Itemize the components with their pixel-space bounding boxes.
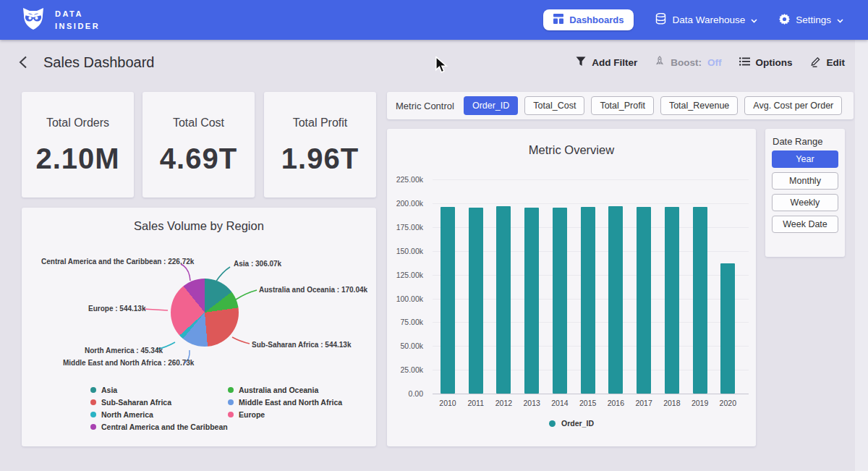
y-axis-tick: 50.00k	[390, 341, 423, 350]
pie-legend-item-sub-saharan-africa[interactable]: Sub-Saharan Africa	[90, 398, 228, 407]
metric-button-total-revenue[interactable]: Total_Revenue	[660, 96, 738, 115]
legend-label: Order_ID	[561, 419, 594, 428]
pie-label-north-america: North America : 45.34k	[85, 347, 163, 355]
top-nav: DATAINSIDER Dashboards Data Ware	[0, 0, 868, 40]
bar-2014[interactable]	[553, 208, 567, 394]
owl-logo-icon	[20, 7, 46, 34]
kpi-label: Total Orders	[46, 116, 109, 130]
bar-2011[interactable]	[469, 208, 483, 394]
pie-legend-column-2: Australia and OceaniaMiddle East and Nor…	[228, 386, 342, 419]
legend-dot	[90, 424, 96, 430]
pie-legend-item-asia[interactable]: Asia	[90, 386, 228, 394]
pie-label-sub-saharan-africa: Sub-Saharan Africa : 544.13k	[252, 341, 351, 349]
list-icon	[739, 57, 750, 68]
bar-2010[interactable]	[441, 207, 455, 394]
metric-buttons: Order_IDTotal_CostTotal_ProfitTotal_Reve…	[464, 96, 842, 115]
legend-label: Europe	[239, 410, 265, 419]
edit-button[interactable]: Edit	[810, 56, 846, 69]
bar-2020[interactable]	[720, 263, 735, 394]
pie-label-central-america: Central America and the Caribbean : 226.…	[41, 258, 194, 266]
options-button[interactable]: Options	[739, 57, 793, 68]
pie-chart[interactable]	[171, 279, 239, 347]
gear-icon	[779, 14, 790, 27]
y-axis-tick: 150.00k	[390, 247, 423, 255]
bar-2017[interactable]	[637, 207, 651, 394]
date-range-button-year[interactable]: Year	[772, 150, 838, 168]
metric-button-order-id[interactable]: Order_ID	[464, 96, 518, 115]
kpi-card-total-profit: Total Profit 1.96T	[264, 92, 376, 198]
brand-text: DATAINSIDER	[55, 8, 100, 32]
date-range-button-week-date[interactable]: Week Date	[772, 216, 838, 233]
legend-dot	[549, 420, 556, 427]
bar-2012[interactable]	[496, 206, 511, 394]
legend-label: Middle East and North Africa	[239, 398, 342, 407]
legend-dot	[90, 399, 96, 405]
chevron-down-icon	[751, 14, 757, 25]
nav-data-warehouse-button[interactable]: Data Warehouse	[655, 13, 757, 27]
y-axis-tick: 0.00	[390, 389, 423, 398]
x-axis-label: 2010	[433, 399, 462, 407]
metric-button-avg-cost-per-order[interactable]: Avg. Cost per Order	[744, 96, 842, 115]
date-range-button-monthly[interactable]: Monthly	[772, 172, 838, 190]
gridline	[433, 203, 749, 204]
y-axis-tick: 225.00k	[390, 175, 423, 184]
legend-label: Central America and the Caribbean	[101, 423, 228, 431]
legend-dot	[228, 399, 234, 405]
kpi-value: 1.96T	[281, 143, 359, 175]
metric-button-total-profit[interactable]: Total_Profit	[591, 96, 654, 115]
metric-button-total-cost[interactable]: Total_Cost	[524, 96, 584, 115]
kpi-value: 4.69T	[160, 143, 237, 175]
x-axis-label: 2016	[601, 399, 630, 407]
add-filter-button[interactable]: Add Filter	[576, 56, 637, 69]
database-icon	[655, 13, 666, 27]
y-axis-tick: 175.00k	[390, 223, 423, 232]
y-axis-tick: 125.00k	[390, 271, 423, 279]
pie-label-europe: Europe : 544.13k	[88, 305, 145, 313]
page-header: Sales Dashboard Add Filter Boost: Off	[0, 40, 868, 85]
metric-control-label: Metric Control	[396, 101, 454, 111]
legend-label: Australia and Oceania	[239, 386, 318, 394]
pie-chart-title: Sales Volume by Region	[22, 219, 376, 233]
x-axis-label: 2014	[545, 399, 574, 407]
kpi-label: Total Profit	[293, 116, 348, 130]
pie-label-australia-oceania: Australia and Oceania : 170.04k	[259, 286, 367, 294]
y-axis-tick: 75.00k	[390, 318, 423, 326]
legend-label: Sub-Saharan Africa	[101, 398, 171, 407]
y-axis-tick: 200.00k	[390, 199, 423, 208]
legend-label: Asia	[101, 386, 117, 394]
pie-legend-item-middle-east-and-north-africa[interactable]: Middle East and North Africa	[228, 398, 342, 407]
scrollbar-track[interactable]	[855, 40, 868, 471]
y-axis-tick: 100.00k	[390, 294, 423, 303]
back-button[interactable]	[19, 56, 27, 69]
legend-label: North America	[101, 410, 153, 419]
bar-2015[interactable]	[581, 207, 595, 394]
x-axis-label: 2013	[517, 399, 546, 407]
date-range-button-weekly[interactable]: Weekly	[772, 194, 838, 211]
pie-legend-item-australia-and-oceania[interactable]: Australia and Oceania	[228, 386, 342, 394]
legend-dot	[228, 412, 234, 417]
pie-chart-card: Sales Volume by Region Central America a…	[22, 208, 376, 446]
kpi-label: Total Cost	[173, 116, 224, 130]
bar-2016[interactable]	[608, 206, 623, 394]
x-axis-label: 2012	[489, 399, 518, 407]
bar-2018[interactable]	[665, 207, 679, 394]
nav-settings-button[interactable]: Settings	[779, 14, 843, 27]
bar-2013[interactable]	[524, 208, 539, 394]
x-axis-label: 2020	[713, 399, 742, 407]
boost-toggle[interactable]: Boost: Off	[655, 56, 721, 69]
nav-dashboards-button[interactable]: Dashboards	[543, 9, 634, 30]
metric-control-bar: Metric Control Order_IDTotal_CostTotal_P…	[387, 92, 854, 119]
nav-data-warehouse-label: Data Warehouse	[672, 14, 745, 25]
dashboard-grid-icon	[553, 14, 563, 26]
brand-logo[interactable]: DATAINSIDER	[20, 7, 100, 34]
pie-legend-item-north-america[interactable]: North America	[90, 410, 228, 419]
kpi-card-total-orders: Total Orders 2.10M	[22, 92, 134, 198]
bar-chart-plot[interactable]: 225.00k200.00k175.00k150.00k125.00k100.0…	[387, 129, 756, 446]
bar-2019[interactable]	[693, 207, 707, 394]
pie-legend-item-central-america-and-the-caribbean[interactable]: Central America and the Caribbean	[90, 423, 228, 431]
pie-legend-item-europe[interactable]: Europe	[228, 410, 342, 419]
legend-dot	[228, 387, 234, 393]
chevron-down-icon	[837, 14, 843, 25]
gridline	[433, 179, 749, 180]
bar-chart-legend[interactable]: Order_ID	[387, 419, 756, 428]
